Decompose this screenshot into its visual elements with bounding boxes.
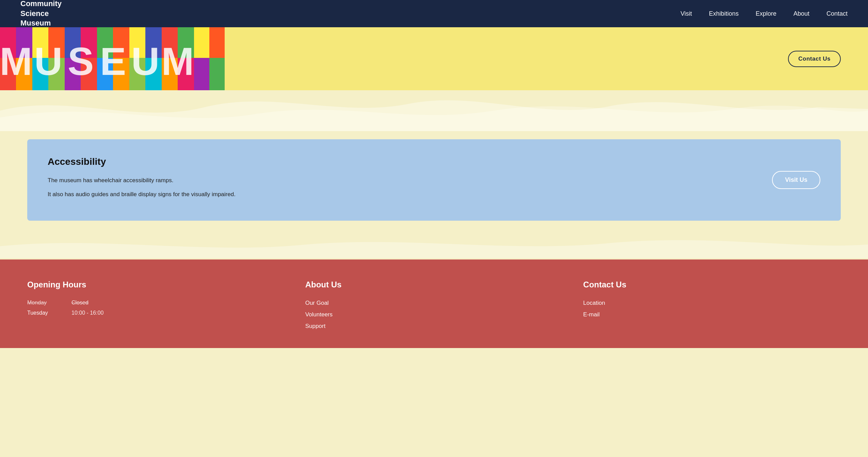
hours-table: Monday Closed Tuesday 10:00 - 16:00 (27, 300, 285, 316)
svg-text:M: M (161, 40, 194, 83)
contact-us-button[interactable]: Contact Us (788, 51, 841, 67)
svg-text:U: U (34, 40, 62, 83)
contact-us-title: Contact Us (583, 280, 841, 289)
visit-us-button[interactable]: Visit Us (772, 171, 820, 189)
navbar: Community Science Museum Visit Exhibitio… (0, 0, 868, 27)
footer-contact-us: Contact Us Location E-mail (583, 280, 841, 334)
accessibility-desc1: The museum has wheelchair accessibility … (48, 176, 758, 185)
footer-link-our-goal[interactable]: Our Goal (305, 300, 563, 306)
footer-opening-hours: Opening Hours Monday Closed Tuesday 10:0… (27, 280, 285, 334)
footer: Opening Hours Monday Closed Tuesday 10:0… (0, 259, 868, 348)
svg-text:S: S (68, 40, 94, 83)
logo-line3: Museum (20, 19, 51, 27)
opening-hours-title: Opening Hours (27, 280, 285, 289)
footer-link-location[interactable]: Location (583, 300, 841, 306)
footer-link-email[interactable]: E-mail (583, 311, 841, 318)
svg-rect-31 (194, 27, 209, 58)
logo-line2: Science (20, 9, 49, 18)
svg-rect-34 (209, 58, 225, 90)
wave-area (0, 90, 868, 132)
svg-text:M: M (0, 40, 32, 83)
footer-grid: Opening Hours Monday Closed Tuesday 10:0… (27, 280, 841, 334)
footer-about-us: About Us Our Goal Volunteers Support (305, 280, 563, 334)
nav-visit[interactable]: Visit (680, 10, 692, 17)
accessibility-card: Accessibility The museum has wheelchair … (27, 139, 841, 221)
bottom-wave-decoration (0, 234, 868, 258)
logo-line1: Community (20, 0, 62, 8)
accessibility-desc2: It also has audio guides and braille dis… (48, 190, 758, 199)
hero-museum-svg: M U S E U M (0, 27, 225, 90)
contact-us-links: Location E-mail (583, 300, 841, 318)
site-logo[interactable]: Community Science Museum (20, 0, 62, 28)
hours-row-monday: Monday Closed (27, 300, 285, 306)
svg-text:E: E (100, 40, 126, 83)
svg-text:U: U (131, 40, 159, 83)
day-tuesday: Tuesday (27, 310, 61, 316)
nav-exhibitions[interactable]: Exhibitions (709, 10, 739, 17)
hours-tuesday: 10:00 - 16:00 (71, 310, 103, 316)
footer-link-support[interactable]: Support (305, 323, 563, 330)
nav-explore[interactable]: Explore (756, 10, 776, 17)
day-monday: Monday (27, 300, 61, 306)
accessibility-title: Accessibility (48, 156, 758, 167)
hours-row-tuesday: Tuesday 10:00 - 16:00 (27, 310, 285, 316)
hero-banner: M U S E U M Contact Us (0, 27, 868, 90)
footer-link-volunteers[interactable]: Volunteers (305, 311, 563, 318)
wave-decoration (0, 90, 868, 131)
hero-image: M U S E U M (0, 27, 225, 90)
nav-links: Visit Exhibitions Explore About Contact (680, 10, 848, 17)
nav-about[interactable]: About (793, 10, 809, 17)
svg-rect-32 (209, 27, 225, 58)
svg-rect-33 (194, 58, 209, 90)
accessibility-text-block: Accessibility The museum has wheelchair … (48, 156, 758, 204)
bottom-wave-area (0, 234, 868, 259)
about-us-title: About Us (305, 280, 563, 289)
nav-contact[interactable]: Contact (826, 10, 848, 17)
about-us-links: Our Goal Volunteers Support (305, 300, 563, 330)
accessibility-section: Accessibility The museum has wheelchair … (0, 132, 868, 234)
hours-monday: Closed (71, 300, 89, 306)
